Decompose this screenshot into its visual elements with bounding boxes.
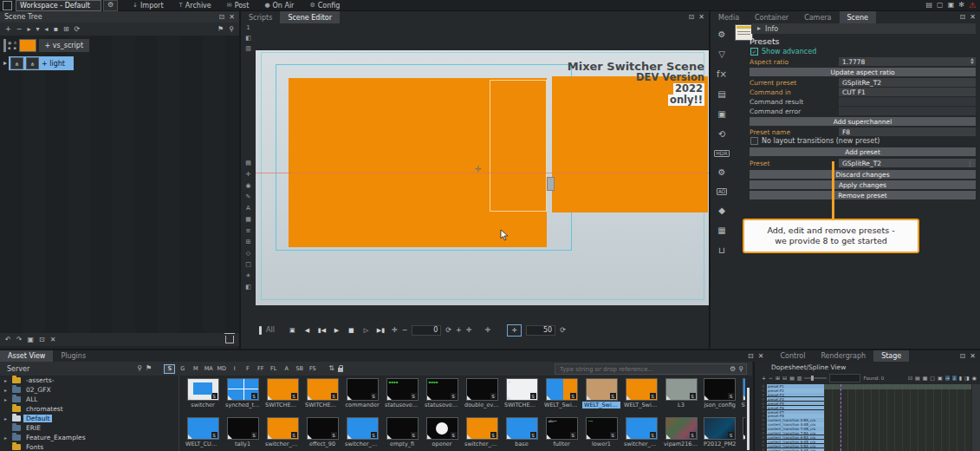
inspector-section-icon[interactable]: ▣ xyxy=(717,110,725,119)
inspector-section-icon[interactable]: ◆ xyxy=(718,206,725,215)
asset-filter-button[interactable]: FL xyxy=(268,364,279,374)
inspector-section-icon[interactable]: HDR xyxy=(714,150,729,157)
asset-filter-button[interactable]: MD xyxy=(216,364,227,374)
asset-thumbnail[interactable]: ▪▪▪▪ S xyxy=(426,378,458,401)
lock-icon[interactable] xyxy=(338,368,343,372)
tab-control[interactable]: Control xyxy=(772,350,813,362)
drag-handle[interactable] xyxy=(547,177,555,191)
filter-search-icon[interactable]: ⚲ xyxy=(137,365,142,372)
toolbar-icon[interactable]: ▪ xyxy=(53,26,57,33)
stage-view-icon[interactable]: ⊡ xyxy=(908,376,912,381)
stage-tool-icon[interactable]: ▥ xyxy=(797,376,802,381)
inspector-section-icon[interactable]: ▦ xyxy=(717,226,725,235)
asset-item[interactable]: S L3 xyxy=(662,378,700,412)
inspector-tab[interactable]: Media xyxy=(711,11,747,23)
close-icon[interactable]: ✕ xyxy=(970,353,976,360)
folder-expander-icon[interactable]: ▸ xyxy=(4,435,10,441)
close-icon[interactable]: ✕ xyxy=(758,353,764,360)
history-icon[interactable]: ↷ xyxy=(16,337,23,343)
asset-item[interactable]: S switcher_MP... xyxy=(463,417,501,451)
asset-thumbnail[interactable]: S xyxy=(267,378,299,401)
editor-tool-icon[interactable]: A xyxy=(246,206,250,212)
asset-item[interactable]: ▪▪▪▪ S statusoverlay xyxy=(423,378,461,412)
add-superchannel-button[interactable]: Add superchannel xyxy=(750,117,976,126)
inspector-section-icon[interactable]: ⚙ xyxy=(718,168,726,177)
asset-item[interactable]: S double_event xyxy=(463,378,501,412)
folder-row[interactable]: ▸ 02_GFX xyxy=(0,385,178,395)
asset-filter-button[interactable]: S xyxy=(164,364,175,374)
asset-item[interactable]: abc┅ S fullter xyxy=(542,417,581,451)
spinner-icon[interactable] xyxy=(970,58,974,64)
inspector-tab[interactable]: Container xyxy=(747,11,796,23)
tree-row-vs-script[interactable]: ◉ ▪ ⋔ ▪ + vs_script xyxy=(3,39,89,52)
editor-tool-icon[interactable]: ▦ xyxy=(245,217,251,223)
playback-button[interactable]: ▷ xyxy=(360,325,373,336)
editor-tool-icon[interactable]: ✎ xyxy=(246,194,251,200)
asset-thumbnail[interactable]: S xyxy=(227,378,259,401)
asset-filter-button[interactable]: SB xyxy=(294,364,305,374)
stage-timeline[interactable] xyxy=(824,384,971,451)
asset-item[interactable]: S WELT_Switch... xyxy=(542,378,581,412)
folder-row[interactable]: Fonts xyxy=(0,442,178,451)
tab-stage[interactable]: Stage xyxy=(873,350,909,362)
no-layout-transitions-row[interactable]: No layout transitions (new preset) xyxy=(750,137,879,145)
editor-tool-icon[interactable]: ≡ xyxy=(246,228,251,234)
toolbar-icon[interactable]: ◂ xyxy=(44,26,48,33)
inspector-section-icon[interactable]: AO xyxy=(717,188,728,195)
stage-track-row[interactable]: ⚙ content_transition 5-AB_cro xyxy=(762,448,824,451)
asset-item[interactable]: ▬ S heimaap xyxy=(739,417,745,451)
asset-item[interactable]: S switcher xyxy=(184,378,222,412)
frame-field[interactable]: 0 xyxy=(412,325,441,336)
top-menu-item[interactable]: ⚙ Config xyxy=(302,0,347,11)
asset-thumbnail[interactable]: ⟶ S xyxy=(586,417,618,440)
playback-button[interactable]: ◀ xyxy=(301,325,314,336)
history-icon[interactable]: ▣ xyxy=(27,337,34,343)
inspector-section-icon[interactable]: ⟲ xyxy=(718,130,725,139)
playback-button[interactable]: ▶▮ xyxy=(374,325,387,336)
show-advanced-row[interactable]: ✓ Show advanced xyxy=(750,48,816,56)
asset-thumbnail[interactable]: abc┅ S xyxy=(546,417,578,440)
stage-search-field[interactable] xyxy=(829,374,860,382)
asset-thumbnail[interactable]: S xyxy=(704,417,736,440)
asset-item[interactable]: S json_config xyxy=(702,378,737,412)
stage-view-icon[interactable]: ▢ xyxy=(930,376,935,381)
asset-thumbnail[interactable]: S xyxy=(347,378,379,401)
zoom-slider[interactable] xyxy=(804,377,827,379)
top-menu-item[interactable]: ↓ Import xyxy=(125,0,171,11)
folder-row[interactable]: chromatest xyxy=(0,404,178,414)
toolbar-icon[interactable]: ⟳ xyxy=(75,26,81,33)
editor-tool-icon[interactable]: ☀ xyxy=(245,273,250,279)
sort-icon[interactable]: ⇅ xyxy=(328,365,334,372)
window-icon[interactable]: ▤ xyxy=(926,2,933,9)
add-preset-button[interactable]: Add preset xyxy=(750,147,976,156)
search-icon[interactable]: ⚲ xyxy=(738,366,743,373)
asset-item[interactable]: S switcher_MP... xyxy=(343,417,381,451)
asset-thumbnail[interactable]: S xyxy=(227,417,259,440)
asset-item[interactable]: S SWR_Switche... xyxy=(739,378,745,412)
anchor-icon[interactable]: ✛ xyxy=(484,327,490,334)
asset-item[interactable]: S vipam2163B xyxy=(662,417,700,451)
dots-icon[interactable]: ⋮ xyxy=(967,160,974,167)
inspector-section-icon[interactable]: ▽ xyxy=(718,50,725,59)
plus-icon[interactable]: + xyxy=(456,327,462,334)
asset-thumbnail[interactable]: ▬ S xyxy=(743,417,745,440)
asset-item[interactable]: S WELT_Switch... xyxy=(582,378,620,412)
asset-thumbnail[interactable]: S xyxy=(347,417,379,440)
remove-preset-button[interactable]: Remove preset xyxy=(750,191,976,199)
asset-thumbnail[interactable]: S xyxy=(665,378,698,401)
apply-changes-button[interactable]: Apply changes xyxy=(750,180,976,189)
lock-icon[interactable]: ▪ xyxy=(8,46,11,50)
window-icon[interactable]: ✻ xyxy=(958,2,964,9)
discard-changes-button[interactable]: Discard changes xyxy=(750,170,976,179)
checkbox-unchecked-icon[interactable] xyxy=(750,137,758,145)
stage-tool-icon[interactable]: ⊟ xyxy=(782,376,787,381)
asset-item[interactable]: S SWITCHER_N... xyxy=(263,378,302,412)
stage-view-icon[interactable]: ◨ xyxy=(964,376,970,381)
asset-item[interactable]: S tally1 xyxy=(224,417,262,451)
anchor-icon[interactable]: ✛ xyxy=(466,327,472,334)
asset-thumbnail[interactable]: S xyxy=(187,417,219,440)
asset-thumbnail[interactable]: S xyxy=(704,378,736,401)
tab-scene[interactable]: Scene xyxy=(840,11,876,23)
asset-thumbnail[interactable]: S xyxy=(466,378,498,401)
speed-field[interactable]: 50 xyxy=(526,325,555,336)
